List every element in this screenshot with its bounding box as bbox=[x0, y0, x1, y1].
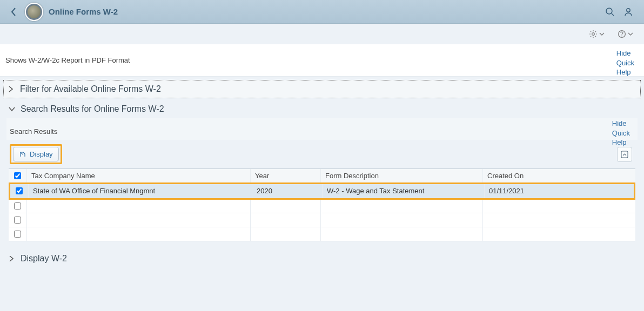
chevron-down-icon bbox=[9, 106, 16, 112]
page-subtitle: Shows W-2/W-2c Report in PDF Format bbox=[5, 56, 639, 64]
back-button[interactable] bbox=[4, 3, 23, 21]
display-w2-toggle[interactable]: Display W-2 bbox=[3, 250, 641, 267]
chevron-right-icon bbox=[8, 86, 16, 92]
row-checkbox[interactable] bbox=[14, 231, 21, 238]
select-all-cell[interactable] bbox=[9, 169, 27, 182]
page-title: Online Forms W-2 bbox=[49, 7, 601, 16]
table-row[interactable]: State of WA Office of Financial Mngmnt 2… bbox=[10, 184, 634, 198]
settings-menu[interactable] bbox=[589, 30, 605, 38]
row-checkbox[interactable] bbox=[16, 187, 23, 194]
chevron-left-icon bbox=[11, 8, 16, 16]
cell-company bbox=[27, 199, 251, 213]
cell-company: State of WA Office of Financial Mngmnt bbox=[29, 184, 252, 198]
hide-quick-help-link[interactable]: Hide Quick Help bbox=[616, 49, 634, 77]
display-w2-title: Display W-2 bbox=[21, 254, 67, 263]
col-created[interactable]: Created On bbox=[483, 169, 635, 182]
cell-desc bbox=[321, 199, 483, 213]
display-w2-panel: Display W-2 bbox=[3, 250, 641, 267]
app-header: Online Forms W-2 bbox=[0, 0, 644, 24]
cell-year bbox=[251, 213, 321, 227]
col-company[interactable]: Tax Company Name bbox=[27, 169, 251, 182]
info-strip: Shows W-2/W-2c Report in PDF Format Hide… bbox=[0, 44, 644, 77]
cell-created bbox=[483, 227, 635, 241]
chevron-down-icon bbox=[599, 31, 605, 37]
svg-point-5 bbox=[621, 36, 622, 37]
cell-desc: W-2 - Wage and Tax Statement bbox=[323, 184, 485, 198]
search-results-label: Search Results bbox=[10, 127, 57, 136]
chevron-down-icon bbox=[628, 31, 633, 37]
table-row[interactable] bbox=[9, 227, 635, 241]
results-panel-toggle[interactable]: Search Results for Online Forms W-2 bbox=[3, 100, 641, 118]
table-settings-icon bbox=[620, 150, 629, 159]
select-all-checkbox[interactable] bbox=[14, 172, 21, 179]
display-highlight: Display bbox=[10, 144, 62, 164]
cell-created: 01/11/2021 bbox=[485, 184, 634, 198]
results-header: Search Results Hide Quick Help bbox=[6, 118, 638, 140]
help-icon bbox=[618, 30, 626, 38]
svg-point-0 bbox=[606, 8, 612, 14]
display-icon bbox=[19, 151, 26, 158]
gear-icon bbox=[589, 30, 598, 38]
chevron-right-icon bbox=[9, 255, 16, 262]
cell-company bbox=[27, 213, 251, 227]
svg-line-1 bbox=[612, 13, 614, 16]
cell-year: 2020 bbox=[252, 184, 323, 198]
user-button[interactable] bbox=[619, 3, 638, 21]
col-desc[interactable]: Form Description bbox=[321, 169, 483, 182]
cell-year bbox=[251, 227, 321, 241]
cell-desc bbox=[321, 213, 483, 227]
filter-panel-toggle[interactable]: Filter for Available Online Forms W-2 bbox=[4, 80, 640, 98]
cell-desc bbox=[321, 227, 483, 241]
user-icon bbox=[623, 7, 633, 17]
row-checkbox[interactable] bbox=[14, 217, 21, 224]
app-logo bbox=[25, 3, 43, 21]
results-panel: Search Results for Online Forms W-2 Sear… bbox=[3, 100, 641, 248]
settings-table-button[interactable] bbox=[617, 147, 632, 162]
svg-point-2 bbox=[627, 8, 630, 11]
table-header-row: Tax Company Name Year Form Description C… bbox=[9, 169, 635, 183]
filter-panel-title: Filter for Available Online Forms W-2 bbox=[20, 84, 161, 94]
action-bar bbox=[0, 24, 644, 44]
selected-row-highlight: State of WA Office of Financial Mngmnt 2… bbox=[9, 182, 635, 200]
results-panel-title: Search Results for Online Forms W-2 bbox=[21, 104, 164, 114]
table-row[interactable] bbox=[9, 213, 635, 227]
display-button-label: Display bbox=[30, 150, 53, 158]
svg-point-3 bbox=[592, 33, 595, 36]
display-button[interactable]: Display bbox=[13, 147, 59, 161]
hide-quick-help-link-results[interactable]: Hide Quick Help bbox=[612, 119, 630, 147]
results-table: Tax Company Name Year Form Description C… bbox=[9, 168, 635, 241]
search-icon bbox=[605, 7, 615, 17]
row-checkbox[interactable] bbox=[14, 202, 21, 209]
cell-created bbox=[483, 199, 635, 213]
filter-panel: Filter for Available Online Forms W-2 bbox=[3, 80, 641, 98]
cell-created bbox=[483, 213, 635, 227]
search-button[interactable] bbox=[601, 3, 619, 21]
col-year[interactable]: Year bbox=[251, 169, 321, 182]
cell-company bbox=[27, 227, 251, 241]
help-menu[interactable] bbox=[618, 30, 633, 38]
cell-year bbox=[251, 199, 321, 213]
results-toolbar: Display bbox=[6, 140, 638, 168]
svg-rect-6 bbox=[621, 151, 628, 158]
table-row[interactable] bbox=[9, 199, 635, 213]
